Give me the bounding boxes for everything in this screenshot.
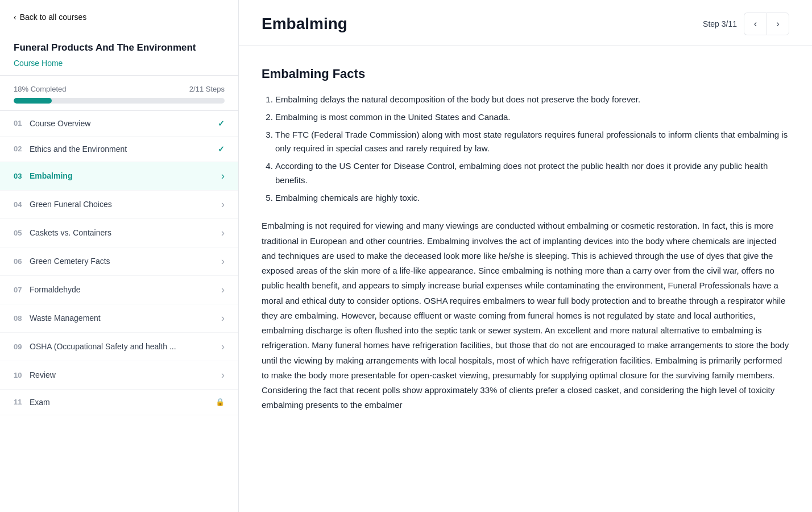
nav-item-11[interactable]: 11Exam🔒 — [0, 390, 238, 415]
back-to-courses-link[interactable]: ‹ Back to all courses — [0, 0, 238, 32]
nav-item-num-01: 01 — [14, 119, 30, 127]
nav-item-label-11: Exam — [30, 398, 216, 407]
nav-item-icon-08: › — [221, 312, 225, 324]
prev-step-button[interactable]: ‹ — [744, 13, 767, 35]
course-home-link[interactable]: Course Home — [14, 59, 63, 68]
nav-item-icon-09: › — [221, 341, 225, 353]
course-title: Funeral Products And The Environment — [14, 41, 225, 55]
nav-item-num-05: 05 — [14, 229, 30, 237]
nav-item-10[interactable]: 10Review› — [0, 361, 238, 390]
nav-item-icon-07: › — [221, 284, 225, 296]
step-label: Step 3/11 — [703, 19, 737, 28]
main-content-area: Embalming Step 3/11 ‹ › Embalming Facts … — [239, 0, 812, 512]
nav-item-num-07: 07 — [14, 286, 30, 294]
nav-item-label-07: Formaldehyde — [30, 285, 221, 294]
nav-item-num-06: 06 — [14, 257, 30, 266]
page-title: Embalming — [262, 15, 347, 33]
progress-bar-fill — [14, 98, 52, 104]
nav-item-label-06: Green Cemetery Facts — [30, 257, 221, 266]
nav-item-num-11: 11 — [14, 398, 30, 406]
nav-item-03[interactable]: 03Embalming› — [0, 162, 238, 191]
nav-item-label-05: Caskets vs. Containers — [30, 228, 221, 237]
nav-item-icon-01: ✓ — [218, 119, 225, 128]
main-scrollable-content: Embalming Facts Embalming delays the nat… — [239, 46, 812, 512]
nav-items-list: 01Course Overview✓02Ethics and the Envir… — [0, 111, 238, 512]
fact-item: Embalming delays the natural decompositi… — [275, 93, 789, 107]
nav-item-icon-11: 🔒 — [216, 398, 225, 406]
main-paragraph: Embalming is not required for viewing an… — [262, 218, 789, 412]
next-step-button[interactable]: › — [767, 13, 789, 35]
back-chevron-icon: ‹ — [14, 13, 16, 22]
step-navigation: Step 3/11 ‹ › — [703, 13, 789, 35]
nav-item-label-08: Waste Management — [30, 313, 221, 323]
nav-item-num-10: 10 — [14, 371, 30, 379]
nav-item-num-03: 03 — [14, 172, 30, 180]
nav-item-05[interactable]: 05Caskets vs. Containers› — [0, 219, 238, 247]
back-label: Back to all courses — [20, 13, 87, 22]
nav-item-label-09: OSHA (Occupational Safety and health ... — [30, 342, 221, 351]
nav-item-01[interactable]: 01Course Overview✓ — [0, 111, 238, 137]
nav-item-04[interactable]: 04Green Funeral Choices› — [0, 191, 238, 219]
fact-item: The FTC (Federal Trade Commission) along… — [275, 128, 789, 156]
progress-section: 18% Completed 2/11 Steps — [0, 76, 238, 111]
nav-item-label-01: Course Overview — [30, 119, 218, 128]
nav-item-label-03: Embalming — [30, 171, 221, 180]
facts-list: Embalming delays the natural decompositi… — [262, 93, 789, 205]
nav-item-icon-06: › — [221, 255, 225, 267]
nav-item-09[interactable]: 09OSHA (Occupational Safety and health .… — [0, 333, 238, 361]
nav-item-label-02: Ethics and the Environment — [30, 144, 218, 154]
nav-item-icon-10: › — [221, 369, 225, 381]
content-heading: Embalming Facts — [262, 67, 789, 81]
nav-item-num-08: 08 — [14, 314, 30, 323]
progress-steps-label: 2/11 Steps — [189, 85, 225, 93]
main-header: Embalming Step 3/11 ‹ › — [239, 0, 812, 46]
nav-item-num-09: 09 — [14, 342, 30, 351]
nav-item-icon-03: › — [221, 170, 225, 182]
fact-item: Embalming is most common in the United S… — [275, 110, 789, 125]
nav-item-02[interactable]: 02Ethics and the Environment✓ — [0, 137, 238, 162]
progress-bar — [14, 98, 225, 104]
nav-item-label-04: Green Funeral Choices — [30, 200, 221, 209]
nav-item-icon-05: › — [221, 227, 225, 239]
fact-item: Embalming chemicals are highly toxic. — [275, 191, 789, 205]
course-title-section: Funeral Products And The Environment Cou… — [0, 32, 238, 76]
fact-item: According to the US Center for Disease C… — [275, 159, 789, 188]
sidebar: ‹ Back to all courses Funeral Products A… — [0, 0, 239, 512]
nav-item-label-10: Review — [30, 370, 221, 379]
nav-item-07[interactable]: 07Formaldehyde› — [0, 276, 238, 304]
nav-item-num-02: 02 — [14, 144, 30, 153]
progress-percent-label: 18% Completed — [14, 85, 67, 93]
nav-item-06[interactable]: 06Green Cemetery Facts› — [0, 247, 238, 276]
nav-item-num-04: 04 — [14, 200, 30, 209]
nav-item-icon-02: ✓ — [218, 144, 225, 154]
nav-item-08[interactable]: 08Waste Management› — [0, 304, 238, 333]
nav-item-icon-04: › — [221, 199, 225, 210]
